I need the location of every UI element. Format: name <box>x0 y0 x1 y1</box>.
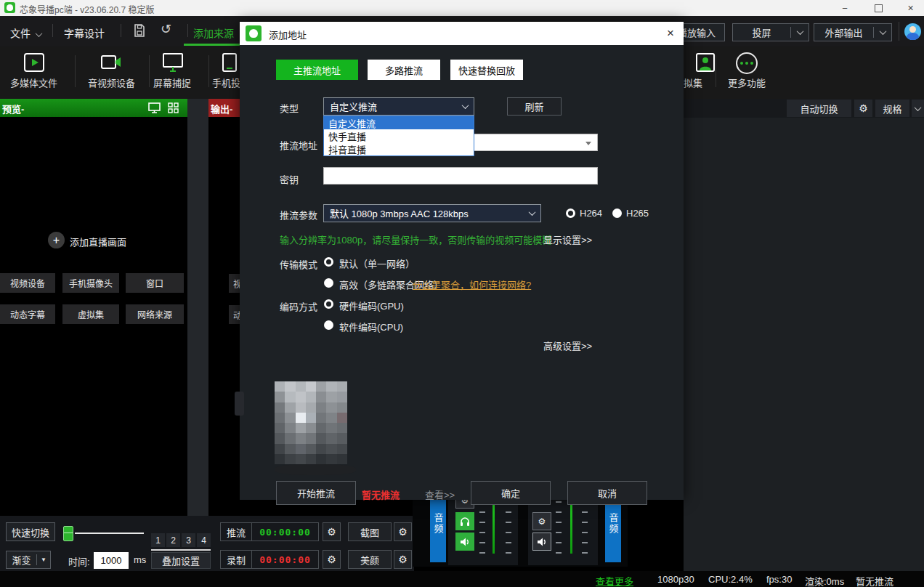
minimize-icon: − <box>842 3 848 14</box>
transport-efficient-radio[interactable] <box>324 278 333 288</box>
stream-settings-button[interactable]: ⚙ <box>323 522 341 541</box>
divider <box>187 24 188 37</box>
maximize-button[interactable] <box>864 0 893 16</box>
advanced-settings-link[interactable]: 高级设置>> <box>543 339 592 352</box>
toolbar-item-media-files[interactable]: 多媒体文件 <box>10 76 57 89</box>
record-label[interactable]: 录制 <box>221 551 251 568</box>
output-view-area <box>684 118 924 571</box>
add-live-scene-button[interactable]: + <box>48 232 65 248</box>
stream-timer-group: 推流 00:00:00 <box>220 522 319 541</box>
transport-default-radio[interactable] <box>324 257 333 267</box>
source-button-phone-camera[interactable]: 手机摄像头 <box>62 273 119 293</box>
stream-label[interactable]: 推流 <box>221 523 251 541</box>
add-live-scene-label[interactable]: 添加直播画面 <box>70 235 126 248</box>
toolbar-item-virtual-set[interactable]: 拟集 <box>684 76 702 89</box>
menu-subtitle-design[interactable]: 字幕设计 <box>64 25 105 40</box>
tab-quick-replace-playback[interactable]: 快速替换回放 <box>450 60 523 80</box>
transport-mode-label: 传输模式 <box>280 257 317 271</box>
ms-label: ms <box>134 554 146 565</box>
mixer2-scale-ticks <box>556 491 562 554</box>
overlay-settings-button[interactable]: 叠加设置 <box>151 552 211 569</box>
transition-slider-track[interactable] <box>75 533 144 534</box>
tab-main-stream-address[interactable]: 主推流地址 <box>276 60 358 80</box>
view-link[interactable]: 查看>> <box>425 487 455 501</box>
panel-collapse-handle[interactable] <box>235 392 244 416</box>
active-tab-underline <box>184 44 240 46</box>
h265-radio[interactable] <box>612 209 622 218</box>
close-window-button[interactable]: × <box>897 0 924 16</box>
spec-button[interactable]: 规格 <box>875 100 909 117</box>
tab-add-source[interactable]: 添加来源 <box>193 25 234 40</box>
mixer1-monitor-button[interactable] <box>455 512 474 530</box>
transition-time-input[interactable] <box>94 552 129 569</box>
minimize-button[interactable]: − <box>830 0 859 16</box>
divider <box>121 24 121 37</box>
cast-dropdown-button[interactable] <box>791 24 808 41</box>
view-more-link[interactable]: 查看更多 <box>596 574 633 587</box>
more-features-icon <box>736 52 758 74</box>
virtual-set-icon <box>696 53 715 75</box>
monitor-icon[interactable] <box>148 102 161 116</box>
toolbar-item-more-features[interactable]: 更多功能 <box>728 76 766 89</box>
dialog-title: 添加地址 <box>269 28 307 41</box>
chevron-down-icon <box>796 28 803 35</box>
spec-dropdown-button[interactable] <box>912 100 924 117</box>
scene-button-4[interactable]: 4 <box>197 533 211 547</box>
start-stream-button[interactable]: 开始推流 <box>276 481 356 505</box>
beauty-button[interactable]: 美颜 <box>348 550 392 569</box>
dialog-close-button[interactable]: × <box>661 25 680 42</box>
encode-mode-label: 编码方式 <box>280 299 317 313</box>
tab-multi-stream[interactable]: 多路推流 <box>368 60 440 80</box>
mixer2-settings-button[interactable]: ⚙ <box>532 512 551 530</box>
source-button-window[interactable]: 窗口 <box>126 273 184 293</box>
type-select[interactable]: 自定义推流 <box>323 97 474 116</box>
avatar[interactable] <box>904 23 921 40</box>
mosaic-image <box>275 381 347 464</box>
encode-cpu-radio[interactable] <box>324 320 333 330</box>
external-output-dropdown-button[interactable] <box>874 24 891 41</box>
toolbar-item-screen-capture[interactable]: 屏幕捕捉 <box>153 76 191 89</box>
ok-button[interactable]: 确定 <box>471 481 551 505</box>
external-output-button[interactable]: 外部输出 <box>814 23 892 41</box>
source-button-video-device[interactable]: 视频设备 <box>0 273 55 293</box>
type-option-custom[interactable]: 自定义推流 <box>324 116 474 129</box>
h264-radio[interactable] <box>566 209 575 218</box>
scene-button-1[interactable]: 1 <box>151 533 165 547</box>
type-option-kuaishou[interactable]: 快手直播 <box>324 129 474 142</box>
transition-slider-handle[interactable] <box>63 526 73 541</box>
type-option-douyin[interactable]: 抖音直播 <box>324 142 474 155</box>
source-button-network-source[interactable]: 网络来源 <box>126 304 184 324</box>
source-button-dynamic-subtitle[interactable]: 动态字幕 <box>0 304 55 324</box>
stream-key-input[interactable] <box>323 167 598 185</box>
status-cpu: CPU:2.4% <box>708 574 753 585</box>
auto-switch-button[interactable]: 自动切换 <box>787 100 851 117</box>
screenshot-settings-button[interactable]: ⚙ <box>394 522 412 541</box>
undo-icon[interactable]: ↺ <box>161 21 171 36</box>
grid-view-icon[interactable] <box>168 102 179 116</box>
auto-switch-settings-button[interactable]: ⚙ <box>854 100 872 117</box>
menu-file[interactable]: 文件 <box>10 25 41 40</box>
cast-button[interactable]: 投屏 <box>732 23 809 41</box>
mixer2-speaker-button[interactable] <box>532 533 551 551</box>
aggregation-help-link[interactable]: 什么是聚合，如何连接网络? <box>413 278 531 291</box>
stream-params-select[interactable]: 默认 1080p 3mbps AAC 128kbps <box>323 204 541 222</box>
scene-button-2[interactable]: 2 <box>166 533 180 547</box>
mixer1-speaker-button[interactable] <box>455 533 474 551</box>
toolbar-item-av-devices[interactable]: 音视频设备 <box>88 76 135 89</box>
stream-key-label: 密钥 <box>280 172 299 186</box>
refresh-button[interactable]: 刷新 <box>507 97 562 116</box>
display-settings-link[interactable]: 显示设置>> <box>543 232 592 246</box>
source-button-virtual-set[interactable]: 虚拟集 <box>62 304 119 324</box>
save-icon[interactable] <box>133 24 146 37</box>
screenshot-button[interactable]: 截图 <box>348 522 392 541</box>
encode-gpu-radio[interactable] <box>324 299 333 309</box>
divider <box>716 55 716 87</box>
beauty-settings-button[interactable]: ⚙ <box>394 550 412 569</box>
cancel-button[interactable]: 取消 <box>567 481 647 505</box>
record-settings-button[interactable]: ⚙ <box>323 550 341 569</box>
quick-switch-button[interactable]: 快速切换 <box>6 522 55 541</box>
gear-icon: ⚙ <box>538 517 546 526</box>
transition-type-select[interactable]: 渐变 ▼ <box>6 551 51 569</box>
scene-button-3[interactable]: 3 <box>182 533 195 547</box>
resolution-hint: 输入分辨率为1080p，请尽量保持一致，否则传输的视频可能模糊 <box>280 232 551 246</box>
